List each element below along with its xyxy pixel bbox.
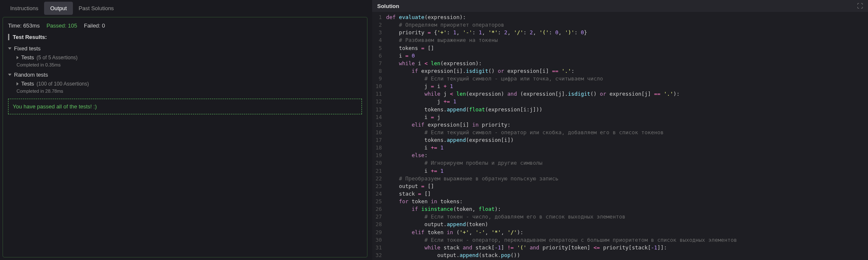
group-header-fixed[interactable]: Fixed tests: [8, 45, 362, 52]
stat-passed: Passed: 105: [47, 22, 77, 29]
stat-failed: Failed: 0: [84, 22, 105, 29]
completed-label: Completed in 28.78ms: [17, 89, 362, 94]
code-content: def evaluate(expression): # Определяем п…: [386, 14, 769, 260]
expand-icon[interactable]: ⛶: [857, 3, 863, 9]
tabs-bar: Instructions Output Past Solutions: [0, 0, 370, 14]
tab-past-solutions[interactable]: Past Solutions: [73, 2, 120, 15]
output-panel: Instructions Output Past Solutions Time:…: [0, 0, 370, 260]
test-group: Random tests Tests (100 of 100 Assertion…: [8, 72, 362, 94]
chevron-right-icon: [17, 56, 19, 59]
solution-header: Solution ⛶: [372, 0, 868, 12]
test-results-heading: Test Results:: [8, 34, 362, 40]
results-container: Time: 653ms Passed: 105 Failed: 0 Test R…: [3, 17, 367, 257]
tests-count: (5 of 5 Assertions): [36, 55, 78, 61]
tests-count: (100 of 100 Assertions): [36, 81, 89, 87]
group-name: Fixed tests: [14, 45, 41, 52]
tests-label: Tests: [21, 54, 34, 61]
tests-row[interactable]: Tests (5 of 5 Assertions): [17, 54, 362, 61]
group-name: Random tests: [14, 72, 48, 78]
completed-label: Completed in 0.35ms: [17, 62, 362, 67]
solution-title: Solution: [377, 3, 399, 9]
stat-time: Time: 653ms: [8, 22, 40, 29]
tests-label: Tests: [21, 80, 34, 87]
line-gutter: 1 2 3 4 5 6 7 8 9 10 11 12 13 14 15 16 1…: [372, 14, 386, 260]
tests-row[interactable]: Tests (100 of 100 Assertions): [17, 80, 362, 87]
chevron-down-icon: [8, 47, 11, 50]
tab-instructions[interactable]: Instructions: [4, 2, 44, 15]
tab-output[interactable]: Output: [44, 2, 72, 15]
solution-panel: Solution ⛶ 1 2 3 4 5 6 7 8 9 10 11 12 13…: [372, 0, 868, 260]
stats-row: Time: 653ms Passed: 105 Failed: 0: [8, 22, 362, 29]
test-group: Fixed tests Tests (5 of 5 Assertions) Co…: [8, 45, 362, 67]
success-banner: You have passed all of the tests! :): [8, 99, 362, 114]
group-header-random[interactable]: Random tests: [8, 72, 362, 78]
chevron-down-icon: [8, 74, 11, 76]
code-editor[interactable]: 1 2 3 4 5 6 7 8 9 10 11 12 13 14 15 16 1…: [372, 12, 868, 260]
chevron-right-icon: [17, 82, 19, 86]
